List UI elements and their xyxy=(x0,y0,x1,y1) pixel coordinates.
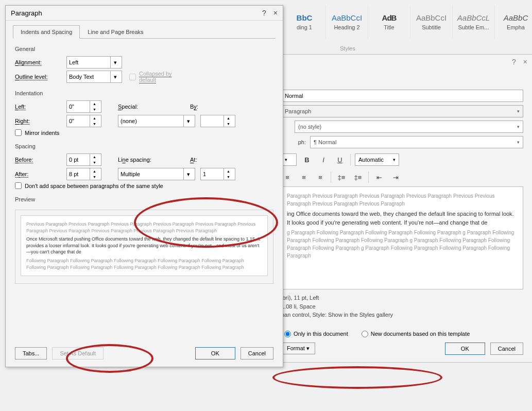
line-spacing-down-icon[interactable]: ‡≡ xyxy=(352,171,364,183)
style-tile-title[interactable]: AdBTitle xyxy=(368,5,410,39)
line-spacing-up-icon[interactable]: ‡≡ xyxy=(335,171,348,183)
right-indent-label: Right: xyxy=(15,118,66,124)
cancel-button[interactable]: Cancel xyxy=(241,347,273,359)
left-indent-label: Left: xyxy=(15,104,66,110)
style-name-input[interactable]: Normal xyxy=(281,90,523,102)
close-icon[interactable]: × xyxy=(273,9,278,17)
chevron-down-icon: ▾ xyxy=(110,57,119,68)
by-spin[interactable]: ▲▼ xyxy=(200,115,235,127)
after-spacing-label: After: xyxy=(15,171,66,177)
style-preview-box: Paragraph Previous Paragraph Previous Pa… xyxy=(281,186,523,289)
following-paragraph-label: ph: xyxy=(281,139,306,145)
left-indent-spin[interactable]: ▲▼ xyxy=(66,100,101,113)
help-icon[interactable]: ? xyxy=(512,58,516,66)
paragraph-toolbar: ≡ ≡ ≡ ‡≡ ‡≡ ⇤ ⇥ xyxy=(281,171,523,183)
outline-level-select[interactable]: Body Text▾ xyxy=(66,71,122,83)
style-following-select[interactable]: ¶ Normal▾ xyxy=(310,136,523,148)
group-spacing: Spacing xyxy=(15,143,273,149)
dont-add-space-checkbox[interactable]: Don't add space between paragraphs of th… xyxy=(15,182,283,189)
style-description: ibri), 11 pt, Left 1.08 li, Space han co… xyxy=(281,294,523,319)
ok-button[interactable]: OK xyxy=(195,347,235,359)
at-spin[interactable]: ▲▼ xyxy=(200,168,235,180)
before-spin[interactable]: ▲▼ xyxy=(66,153,101,166)
special-indent-select[interactable]: (none)▾ xyxy=(118,115,195,127)
at-label: At: xyxy=(190,157,211,163)
alignment-select[interactable]: Left▾ xyxy=(66,56,122,68)
cancel-button[interactable]: Cancel xyxy=(490,342,523,355)
alignment-label: Alignment: xyxy=(15,59,66,65)
dialog-title: Paragraph xyxy=(11,9,42,17)
ribbon-styles-caption: Styles xyxy=(340,45,355,52)
underline-button[interactable]: U xyxy=(334,153,346,166)
align-right-icon[interactable]: ≡ xyxy=(314,171,327,183)
format-button[interactable]: Format ▾ xyxy=(281,342,315,354)
titlebar: Paragraph ? × xyxy=(6,6,283,21)
preview-box: Previous Paragraph Previous Paragraph Pr… xyxy=(15,210,273,284)
by-label: By: xyxy=(190,104,211,110)
align-center-icon[interactable]: ≡ xyxy=(298,171,310,183)
line-spacing-select[interactable]: Multiple▾ xyxy=(118,168,195,180)
increase-indent-icon[interactable]: ⇥ xyxy=(389,171,402,183)
style-tile-emphasis[interactable]: AaBbCEmpha xyxy=(494,5,532,39)
tab-line-page-breaks[interactable]: Line and Page Breaks xyxy=(80,25,151,39)
tab-indents-spacing[interactable]: Indents and Spacing xyxy=(13,25,80,39)
style-tile-h2[interactable]: AaBbCcIHeading 2 xyxy=(325,5,368,39)
chevron-down-icon: ▾ xyxy=(110,71,119,82)
font-toolbar: ▾ B I U Automatic▾ xyxy=(281,153,523,166)
group-general: General xyxy=(15,46,273,52)
chevron-down-icon: ▾ xyxy=(517,109,520,114)
font-color-select[interactable]: Automatic▾ xyxy=(355,153,399,166)
annotation-ring-new-documents xyxy=(272,366,442,389)
group-preview: Preview xyxy=(15,196,273,202)
special-label: Special: xyxy=(118,104,190,110)
right-indent-spin[interactable]: ▲▼ xyxy=(66,115,101,127)
style-based-on-select[interactable]: (no style)▾ xyxy=(295,121,523,133)
chevron-down-icon: ▾ xyxy=(517,140,520,145)
italic-button[interactable]: I xyxy=(317,153,330,166)
radio-new-documents-template[interactable]: New documents based on this template xyxy=(362,331,470,337)
outline-level-label: Outline level: xyxy=(15,74,66,80)
ok-button[interactable]: OK xyxy=(445,342,485,355)
before-spacing-label: Before: xyxy=(15,157,66,163)
style-type-select[interactable]: Paragraph▾ xyxy=(281,105,523,117)
mirror-indents-checkbox[interactable]: Mirror indents xyxy=(15,129,283,136)
after-spin[interactable]: ▲▼ xyxy=(66,168,101,180)
close-icon[interactable]: × xyxy=(523,58,527,66)
group-indentation: Indentation xyxy=(15,90,273,96)
line-spacing-label: Line spacing: xyxy=(118,157,190,163)
font-size-select[interactable]: ▾ xyxy=(281,153,297,166)
ribbon-styles: BbCding 1 AaBbCcIHeading 2 AdBTitle AaBb… xyxy=(283,5,532,39)
set-as-default-button[interactable]: Set As Default xyxy=(52,347,104,359)
help-icon[interactable]: ? xyxy=(262,9,266,17)
style-tile-subtle-em[interactable]: AaBbCcLSubtle Em... xyxy=(452,5,494,39)
tabs-button[interactable]: Tabs... xyxy=(15,347,47,359)
style-tile-h1[interactable]: BbCding 1 xyxy=(283,5,325,39)
collapsed-by-default-checkbox xyxy=(129,74,136,80)
chevron-down-icon: ▾ xyxy=(517,124,520,129)
bold-button[interactable]: B xyxy=(301,153,313,166)
paragraph-dialog: Paragraph ? × Indents and Spacing Line a… xyxy=(5,5,283,367)
radio-only-this-document[interactable]: Only in this document xyxy=(284,331,348,337)
decrease-indent-icon[interactable]: ⇤ xyxy=(373,171,385,183)
style-tile-subtitle[interactable]: AaBbCcISubtitle xyxy=(410,5,452,39)
